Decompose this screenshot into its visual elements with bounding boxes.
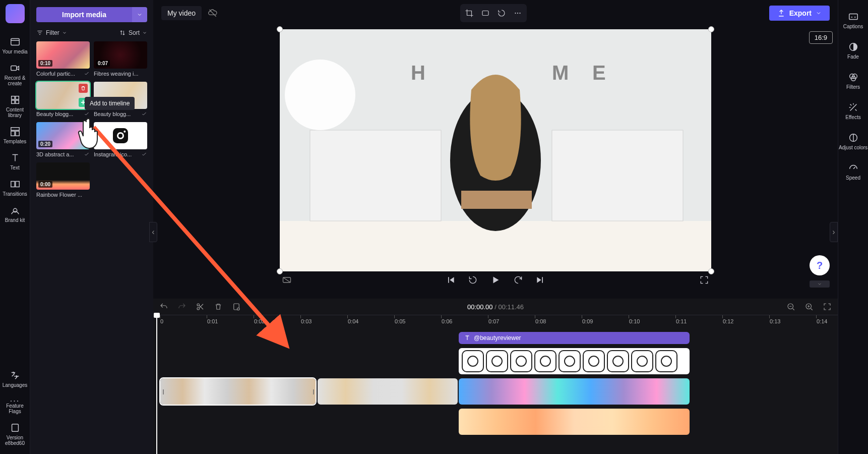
split-icon[interactable] [232, 302, 241, 311]
rail-brand-kit[interactable]: Brand kit [0, 201, 30, 227]
preview-content: H M E [280, 29, 711, 271]
rail-adjust-colors[interactable]: Adjust colors [838, 127, 868, 155]
forward-icon[interactable] [513, 275, 523, 285]
resize-handle[interactable] [277, 26, 283, 32]
media-panel: Import media Filter Sort 0:10 Colorful p… [30, 0, 153, 454]
filter-button[interactable]: Filter [36, 29, 67, 36]
sort-button[interactable]: Sort [119, 29, 147, 36]
rail-templates[interactable]: Templates [0, 122, 30, 148]
undo-icon[interactable] [159, 302, 168, 311]
tooltip-add-to-timeline: Add to timeline [85, 97, 135, 110]
media-clip[interactable]: + Beauty blogg... [36, 82, 90, 117]
rail-content-library[interactable]: Content library [0, 90, 30, 122]
playhead[interactable] [156, 316, 157, 454]
clip-thumb: 0:10 [36, 41, 90, 69]
timeline: 00:00.00 / 00:11.46 0 0:01 0:02 0:03 0:0… [153, 299, 838, 454]
resize-handle[interactable] [708, 268, 714, 274]
svg-rect-5 [15, 100, 18, 103]
rail-effects[interactable]: Effects [838, 97, 868, 125]
media-clip[interactable]: 0:00 Rainbow Flower ... [36, 162, 90, 198]
clip-thumb: 0:00 [36, 162, 90, 190]
canvas-tools [460, 4, 527, 22]
rail-more[interactable]: ...Feature Flags [0, 392, 30, 418]
help-button[interactable]: ? [810, 255, 830, 275]
svg-point-42 [237, 308, 240, 310]
svg-point-20 [519, 13, 520, 14]
svg-rect-1 [11, 66, 16, 70]
resize-handle[interactable] [277, 268, 283, 274]
zoom-fit-icon[interactable] [823, 302, 832, 311]
svg-text:E: E [592, 62, 606, 84]
zoom-in-icon[interactable] [804, 302, 814, 311]
delete-icon[interactable] [214, 302, 223, 311]
overlay-track-clip[interactable] [459, 409, 690, 435]
overlay-track-clip[interactable] [459, 348, 690, 374]
rail-version[interactable]: Version e8bed60 [0, 418, 30, 450]
svg-point-19 [517, 13, 518, 14]
svg-rect-21 [849, 14, 857, 20]
more-icon[interactable] [511, 7, 524, 20]
video-preview[interactable]: H M E [280, 29, 711, 271]
top-bar: My video Export [153, 0, 838, 26]
resize-handle[interactable] [708, 26, 714, 32]
svg-rect-2 [11, 96, 14, 99]
rail-your-media[interactable]: Your media [0, 32, 30, 59]
svg-text:M: M [552, 62, 569, 84]
transport-controls [280, 274, 711, 286]
video-track-clip[interactable]: |||| [160, 378, 316, 405]
svg-rect-30 [552, 130, 683, 221]
fullscreen-icon[interactable] [699, 275, 709, 285]
svg-rect-8 [15, 131, 19, 136]
import-media-caret[interactable] [132, 7, 147, 22]
import-media-button[interactable]: Import media [36, 7, 132, 22]
skip-forward-icon[interactable] [535, 275, 545, 285]
rail-transitions[interactable]: Transitions [0, 175, 30, 201]
cut-icon[interactable] [196, 302, 205, 311]
svg-rect-3 [15, 96, 18, 99]
left-rail: Your media Record & create Content libra… [0, 0, 30, 454]
rail-fade[interactable]: Fade [838, 36, 868, 65]
redo-icon[interactable] [177, 302, 187, 311]
skip-back-icon[interactable] [446, 275, 456, 285]
media-clip[interactable]: 0:07 Fibres weaving i... [94, 41, 147, 77]
check-icon [141, 151, 147, 157]
media-clip[interactable]: 0:10 Colorful partic... [36, 41, 90, 77]
rail-filters[interactable]: Filters [838, 67, 868, 95]
svg-point-15 [118, 134, 122, 138]
rail-text[interactable]: Text [0, 148, 30, 175]
play-icon[interactable] [490, 274, 501, 286]
rail-languages[interactable]: Languages [0, 366, 30, 392]
app-logo [6, 4, 25, 23]
video-title-input[interactable]: My video [161, 6, 202, 20]
right-rail: Captions Fade Filters Effects Adjust col… [838, 0, 868, 454]
zoom-out-icon[interactable] [786, 302, 795, 311]
preview-area: H M E [153, 26, 838, 299]
collapse-timeline[interactable] [810, 280, 830, 288]
crop-icon[interactable] [463, 7, 476, 20]
rail-speed[interactable]: Speed [838, 157, 868, 186]
rotate-icon[interactable] [495, 7, 508, 20]
clip-thumb: 0:07 [94, 41, 147, 69]
rewind-icon[interactable] [468, 275, 478, 285]
text-track-clip[interactable]: @beautyreviewer [459, 332, 690, 344]
svg-rect-6 [11, 128, 19, 131]
svg-rect-7 [11, 131, 14, 136]
rail-captions[interactable]: Captions [838, 6, 868, 34]
hide-preview-icon[interactable] [282, 275, 292, 285]
timeline-ruler[interactable]: 0 0:01 0:02 0:03 0:04 0:05 0:06 0:07 0:0… [157, 315, 838, 328]
overlay-track-clip[interactable] [459, 378, 690, 405]
video-track-clip[interactable] [318, 378, 458, 405]
svg-rect-34 [461, 191, 532, 209]
annotation-hand-icon [77, 115, 105, 151]
svg-point-31 [285, 60, 355, 130]
svg-rect-0 [11, 39, 19, 45]
fit-icon[interactable] [479, 7, 492, 20]
svg-point-16 [123, 131, 126, 133]
export-button[interactable]: Export [769, 6, 830, 21]
rail-record[interactable]: Record & create [0, 59, 30, 90]
svg-rect-17 [482, 11, 488, 16]
svg-rect-29 [310, 130, 441, 221]
check-icon [141, 111, 147, 117]
svg-rect-9 [11, 182, 14, 187]
delete-clip-button[interactable] [79, 84, 88, 93]
